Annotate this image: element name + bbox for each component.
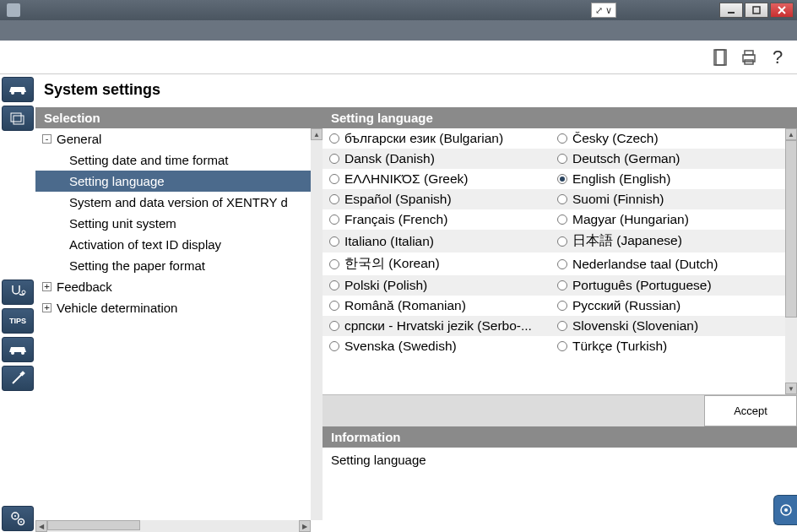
expand-icon: ⤢ ∨ bbox=[595, 5, 612, 16]
page-title: System settings bbox=[35, 74, 797, 107]
radio-icon[interactable] bbox=[329, 214, 339, 225]
accept-button[interactable]: Accept bbox=[704, 395, 797, 426]
svg-rect-12 bbox=[14, 116, 24, 124]
tree-item[interactable]: System and data version of XENTRY d bbox=[35, 192, 311, 213]
radio-icon[interactable] bbox=[329, 259, 339, 269]
language-option[interactable]: Русский (Russian) bbox=[557, 298, 785, 313]
language-header: Setting language bbox=[323, 107, 797, 128]
radio-icon[interactable] bbox=[557, 321, 567, 331]
close-button[interactable] bbox=[770, 3, 794, 18]
radio-icon[interactable] bbox=[329, 194, 339, 204]
language-option[interactable]: Svenska (Swedish) bbox=[329, 339, 557, 354]
language-label: Português (Portuguese) bbox=[572, 278, 712, 293]
language-option[interactable]: Español (Spanish) bbox=[329, 192, 557, 207]
language-label: Česky (Czech) bbox=[572, 131, 659, 146]
language-option[interactable]: Magyar (Hungarian) bbox=[557, 212, 785, 227]
language-option[interactable]: Română (Romanian) bbox=[329, 298, 557, 313]
tree-item[interactable]: Setting date and time format bbox=[35, 149, 311, 171]
tree-item-label: Activation of text ID display bbox=[69, 237, 221, 252]
radio-icon[interactable] bbox=[329, 154, 339, 164]
language-option[interactable]: Nederlandse taal (Dutch) bbox=[557, 255, 785, 273]
language-option[interactable]: ΕΛΛΗΝΙΚΌΣ (Greek) bbox=[329, 171, 557, 187]
language-label: 日本語 (Japanese) bbox=[572, 232, 682, 250]
tree-expander-icon[interactable]: - bbox=[42, 134, 52, 144]
radio-icon[interactable] bbox=[557, 301, 567, 311]
language-option[interactable]: Português (Portuguese) bbox=[557, 278, 785, 293]
svg-point-9 bbox=[11, 91, 14, 95]
tree-item[interactable]: +Vehicle determination bbox=[35, 297, 311, 318]
language-vertical-scrollbar[interactable]: ▲ ▼ bbox=[785, 128, 797, 394]
language-label: Türkçe (Turkish) bbox=[572, 339, 667, 354]
tree-expander-icon[interactable]: + bbox=[42, 282, 52, 291]
language-label: Français (French) bbox=[344, 212, 447, 227]
help-button[interactable]: ? bbox=[768, 48, 787, 67]
language-row: Français (French)Magyar (Hungarian) bbox=[323, 209, 785, 230]
tree-item[interactable]: Activation of text ID display bbox=[35, 234, 311, 255]
radio-icon[interactable] bbox=[557, 236, 567, 247]
radio-icon[interactable] bbox=[329, 280, 339, 290]
language-option[interactable]: English (English) bbox=[557, 171, 785, 187]
radio-icon[interactable] bbox=[329, 174, 339, 184]
radio-icon[interactable] bbox=[557, 174, 567, 184]
language-label: Română (Romanian) bbox=[344, 298, 466, 313]
selection-panel: Selection -GeneralSetting date and time … bbox=[35, 107, 323, 532]
tree-expander-icon[interactable]: + bbox=[42, 303, 52, 312]
radio-icon[interactable] bbox=[557, 280, 567, 290]
tree-item[interactable]: Setting the paper format bbox=[35, 255, 311, 276]
radio-icon[interactable] bbox=[557, 154, 567, 164]
document-icon bbox=[713, 49, 728, 66]
radio-icon[interactable] bbox=[329, 236, 339, 247]
remote-access-tab[interactable] bbox=[773, 495, 797, 525]
rail-tools[interactable] bbox=[2, 366, 34, 391]
rail-vehicle[interactable] bbox=[2, 77, 34, 102]
radio-icon[interactable] bbox=[557, 259, 567, 269]
secondary-bar bbox=[0, 20, 797, 41]
radio-icon[interactable] bbox=[557, 133, 567, 144]
tree-horizontal-scrollbar[interactable]: ◀ ▶ bbox=[35, 520, 311, 532]
language-option[interactable]: Suomi (Finnish) bbox=[557, 192, 785, 207]
radio-icon[interactable] bbox=[557, 341, 567, 351]
language-option[interactable]: български език (Bulgarian) bbox=[329, 131, 557, 146]
language-label: Dansk (Danish) bbox=[344, 151, 435, 166]
language-option[interactable]: Deutsch (German) bbox=[557, 151, 785, 166]
language-option[interactable]: Polski (Polish) bbox=[329, 278, 557, 293]
rail-settings[interactable] bbox=[2, 506, 34, 531]
document-button[interactable] bbox=[711, 48, 729, 67]
language-row: Polski (Polish)Português (Portuguese) bbox=[323, 275, 785, 296]
language-row: 한국의 (Korean)Nederlandse taal (Dutch) bbox=[323, 252, 785, 275]
minimize-button[interactable] bbox=[719, 3, 743, 18]
radio-icon[interactable] bbox=[329, 341, 339, 351]
tree-item[interactable]: Setting unit system bbox=[35, 213, 311, 234]
language-option[interactable]: српски - Hrvatski jezik (Serbo-... bbox=[329, 318, 557, 334]
svg-point-13 bbox=[22, 290, 25, 294]
language-option[interactable]: 한국의 (Korean) bbox=[329, 255, 557, 273]
rail-vehicle2[interactable] bbox=[2, 337, 34, 362]
language-option[interactable]: 日本語 (Japanese) bbox=[557, 232, 785, 250]
language-option[interactable]: Türkçe (Turkish) bbox=[557, 339, 785, 354]
radio-icon[interactable] bbox=[557, 214, 567, 225]
language-option[interactable]: Slovenski (Slovenian) bbox=[557, 318, 785, 334]
language-option[interactable]: Dansk (Danish) bbox=[329, 151, 557, 166]
rail-tips[interactable]: TIPS bbox=[2, 308, 34, 334]
language-option[interactable]: Česky (Czech) bbox=[557, 131, 785, 146]
print-button[interactable] bbox=[740, 48, 758, 67]
language-label: Polski (Polish) bbox=[344, 278, 427, 293]
radio-icon[interactable] bbox=[329, 133, 339, 144]
tree-item[interactable]: -General bbox=[35, 128, 311, 149]
tree-item[interactable]: Setting language bbox=[35, 171, 311, 192]
language-label: български език (Bulgarian) bbox=[344, 131, 503, 146]
language-option[interactable]: Italiano (Italian) bbox=[329, 232, 557, 250]
language-row: ΕΛΛΗΝΙΚΌΣ (Greek)English (English) bbox=[323, 169, 785, 189]
tree-item-label: Setting date and time format bbox=[69, 153, 228, 167]
maximize-button[interactable] bbox=[745, 3, 768, 18]
tree-item[interactable]: +Feedback bbox=[35, 276, 311, 297]
radio-icon[interactable] bbox=[329, 321, 339, 331]
expand-selector[interactable]: ⤢ ∨ bbox=[591, 3, 616, 18]
rail-diagnostics[interactable] bbox=[2, 280, 34, 305]
svg-point-20 bbox=[14, 515, 16, 517]
tree-vertical-scrollbar[interactable]: ▲ bbox=[311, 128, 323, 520]
radio-icon[interactable] bbox=[557, 194, 567, 204]
radio-icon[interactable] bbox=[329, 301, 339, 311]
rail-docs[interactable] bbox=[2, 106, 34, 131]
language-option[interactable]: Français (French) bbox=[329, 212, 557, 227]
